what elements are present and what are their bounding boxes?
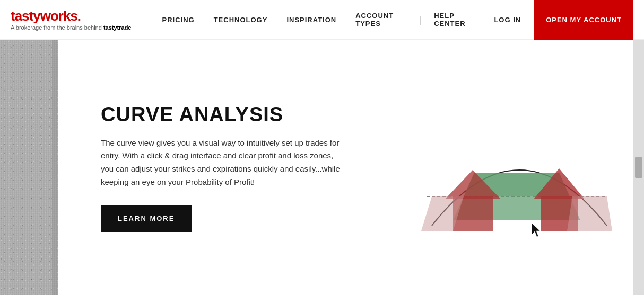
logo-text-main: tastyworks (11, 8, 77, 24)
hero-description: The curve view gives you a visual way to… (101, 137, 345, 189)
right-scrollbar[interactable] (633, 40, 644, 295)
curve-illustration (416, 83, 617, 252)
left-texture-panel (0, 40, 58, 295)
svg-marker-0 (532, 223, 540, 237)
logo-area: tastyworks. A brokerage from the brains … (11, 9, 131, 31)
nav-link-inspiration[interactable]: INSPIRATION (277, 16, 346, 24)
left-panel-shadow (52, 40, 58, 295)
nav-separator: | (416, 14, 424, 25)
right-pink-wing (567, 196, 612, 231)
hero-title: CURVE ANALYSIS (101, 103, 345, 126)
text-block: CURVE ANALYSIS The curve view gives you … (101, 103, 345, 232)
content-area: CURVE ANALYSIS The curve view gives you … (58, 40, 411, 295)
nav-link-help-center[interactable]: HELP CENTER (424, 12, 486, 28)
login-link[interactable]: LOG IN (486, 16, 529, 24)
open-account-button[interactable]: OPEN MY ACCOUNT (534, 0, 633, 40)
nav-link-account-types[interactable]: ACCOUNT TYPES (346, 12, 416, 28)
scroll-thumb[interactable] (635, 157, 642, 178)
nav-link-technology[interactable]: TECHNOLOGY (204, 16, 277, 24)
navbar: tastyworks. A brokerage from the brains … (0, 0, 644, 40)
nav-links: PRICING TECHNOLOGY INSPIRATION ACCOUNT T… (152, 12, 486, 28)
nav-right: LOG IN OPEN MY ACCOUNT (486, 0, 633, 40)
logo-tagline: A brokerage from the brains behind tasty… (11, 24, 131, 31)
nav-link-pricing[interactable]: PRICING (152, 16, 204, 24)
curve-svg (416, 83, 617, 252)
logo[interactable]: tastyworks. (11, 9, 131, 23)
main-content: CURVE ANALYSIS The curve view gives you … (0, 40, 644, 295)
learn-more-button[interactable]: LEARN MORE (101, 205, 192, 232)
curve-illustration-area (411, 40, 633, 295)
logo-dot: . (77, 8, 81, 24)
cursor-icon (532, 223, 540, 237)
